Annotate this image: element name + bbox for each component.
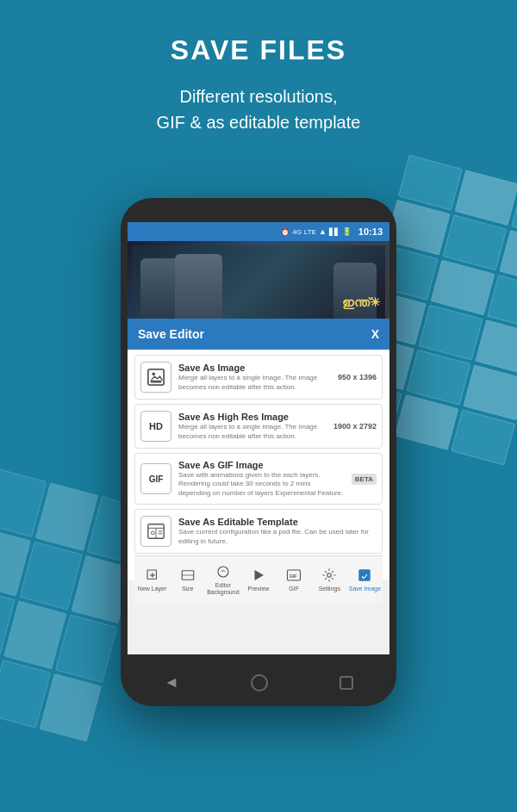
modal-close-button[interactable]: X [371,327,379,341]
save-template-option[interactable]: Save As Editable Template Save current c… [134,509,383,554]
signal-bars-icon: ▋▋ [329,228,339,236]
alarm-icon: ⏰ [281,228,290,236]
save-image-desc: Merge all layers to a single image. The … [178,374,331,392]
back-button[interactable] [164,675,179,691]
save-template-title: Save As Editable Template [178,517,377,527]
save-gif-icon-box: GIF [140,463,171,494]
beta-label: BETA [352,474,377,485]
save-image-nav-label: Save Image [349,586,381,592]
svg-point-19 [327,573,332,578]
save-image-resolution: 950 x 1396 [338,373,377,381]
save-template-desc: Save current configuration like a psd fi… [178,528,377,546]
save-gif-desc: Save with animations given to the each l… [178,471,345,498]
signal-icon: 4G [292,228,302,236]
svg-rect-3 [151,381,162,383]
lte-icon: LTE [304,228,316,236]
phone-hardware-buttons [128,659,389,706]
subtitle-line1: Different resolutions, [179,87,337,106]
tile [55,614,118,683]
save-image-nav-icon [355,567,374,584]
save-gif-title: Save As GIF Image [178,460,345,470]
svg-point-2 [152,373,155,376]
save-hd-title: Save As High Res Image [178,412,327,422]
modal-body: Save As Image Merge all layers to a sing… [128,350,389,580]
template-icon [146,522,165,541]
status-time: 10:13 [358,226,383,237]
svg-rect-20 [359,569,371,581]
save-gif-content: Save As GIF Image Save with animations g… [178,460,345,498]
save-image-icon-box [140,362,171,393]
save-gif-option[interactable]: GIF Save As GIF Image Save with animatio… [134,453,383,505]
settings-label: Settings [319,586,340,592]
battery-icon: 🔋 [342,227,352,236]
save-hd-desc: Merge all layers to a single image. The … [178,423,327,441]
nav-gif[interactable]: GIF GIF [277,567,312,592]
settings-icon [320,567,339,584]
gif-nav-label: GIF [289,586,299,592]
subtitle-line2: GIF & as editable template [157,113,361,132]
svg-marker-21 [166,678,176,687]
save-hd-option[interactable]: HD Save As High Res Image Merge all laye… [134,404,383,449]
modal-title: Save Editor [138,327,204,341]
save-image-content: Save As Image Merge all layers to a sing… [178,363,331,392]
editor-bg-icon [214,563,233,580]
status-bar: ⏰ 4G LTE ▲ ▋▋ 🔋 10:13 [128,222,389,241]
header-subtitle: Different resolutions, GIF & as editable… [0,84,517,135]
save-hd-resolution: 1900 x 2792 [333,422,377,431]
phone-body: ⏰ 4G LTE ▲ ▋▋ 🔋 10:13 ഇന്ത്☀ [121,198,396,706]
save-image-title: Save As Image [178,363,331,373]
save-template-icon-box [140,516,171,547]
bottom-nav-bar: New Layer Size [134,555,383,603]
size-label: Size [182,586,194,592]
nav-settings[interactable]: Settings [312,567,347,592]
svg-marker-16 [254,570,264,580]
header-section: SAVE FILES Different resolutions, GIF & … [0,34,517,135]
modal-header: Save Editor X [128,319,389,350]
home-button[interactable] [251,674,268,691]
save-hd-content: Save As High Res Image Merge all layers … [178,412,327,441]
nav-preview[interactable]: Preview [240,567,276,592]
nav-editor-bg[interactable]: Editor Background [205,563,240,595]
tile [39,673,102,742]
save-image-option[interactable]: Save As Image Merge all layers to a sing… [134,355,383,400]
save-gif-badge: BETA [352,474,377,483]
save-template-content: Save As Editable Template Save current c… [178,517,377,546]
preview-icon [249,567,268,584]
tile [451,410,515,466]
save-modal: Save Editor X [128,319,389,580]
svg-text:GIF: GIF [290,573,298,579]
svg-rect-10 [147,570,157,580]
preview-label: Preview [248,586,270,592]
editor-bg-label: Editor Background [205,582,240,595]
phone-screen: ⏰ 4G LTE ▲ ▋▋ 🔋 10:13 ഇന്ത്☀ [128,222,389,654]
nav-new-layer[interactable]: New Layer [134,567,170,592]
recents-button[interactable] [339,676,353,690]
wifi-icon: ▲ [319,227,327,236]
size-icon [178,567,197,584]
video-thumbnail: ഇന്ത്☀ [128,241,389,319]
save-hd-icon-box: HD [140,411,171,442]
new-layer-label: New Layer [138,586,166,592]
svg-point-7 [152,531,155,535]
new-layer-icon [143,567,162,584]
phone-device: ⏰ 4G LTE ▲ ▋▋ 🔋 10:13 ഇന്ത്☀ [121,198,396,706]
video-overlay-text: ഇന്ത്☀ [342,295,381,310]
gif-icon: GIF [149,474,164,484]
nav-save-image[interactable]: Save Image [347,567,383,592]
status-icons: ⏰ 4G LTE ▲ ▋▋ 🔋 [134,227,352,236]
image-save-icon [146,368,165,387]
page-title: SAVE FILES [0,34,517,66]
gif-nav-icon: GIF [284,567,303,584]
hd-icon: HD [149,421,163,431]
nav-size[interactable]: Size [170,567,205,592]
tile [395,394,459,450]
